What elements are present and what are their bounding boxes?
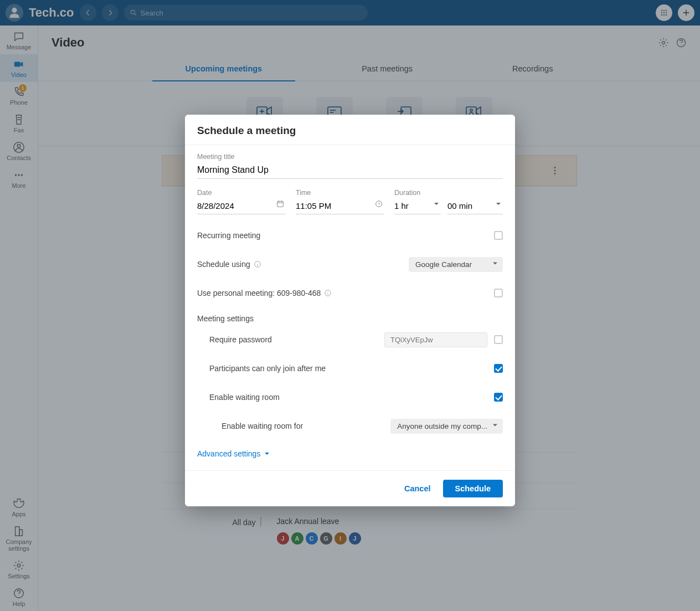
personal-meeting-checkbox[interactable] [494,289,503,297]
schedule-button[interactable]: Schedule [443,480,503,497]
clock-icon[interactable] [374,199,383,210]
advanced-settings-label: Advanced settings [197,449,260,458]
require-password-checkbox[interactable] [494,335,503,344]
chevron-down-icon [264,450,270,457]
modal-title: Schedule a meeting [197,125,503,137]
meeting-title-input[interactable] [197,163,503,179]
recurring-checkbox[interactable] [494,231,503,240]
date-label: Date [197,189,286,197]
waiting-room-for-label: Enable waiting room for [222,422,303,430]
cancel-button[interactable]: Cancel [404,484,431,493]
waiting-room-for-value: Anyone outside my comp... [397,422,487,430]
meeting-settings-title: Meeting settings [197,314,503,323]
info-icon[interactable] [324,289,332,297]
chevron-down-icon [433,200,440,209]
schedule-using-select[interactable]: Google Calendar [409,257,503,272]
meeting-title-label: Meeting title [197,153,503,161]
info-icon[interactable] [254,260,261,268]
password-input[interactable] [384,332,487,347]
calendar-icon[interactable] [276,199,285,210]
waiting-room-label: Enable waiting room [209,393,280,402]
schedule-using-label: Schedule using [197,260,250,269]
svg-rect-30 [277,201,284,207]
schedule-using-value: Google Calendar [415,260,472,269]
duration-label: Duration [394,189,503,197]
join-after-me-label: Participants can only join after me [209,364,326,373]
personal-meeting-label: Use personal meeting: 609-980-468 [197,289,321,297]
waiting-room-for-select[interactable]: Anyone outside my comp... [390,419,503,434]
duration-minutes-select[interactable] [447,199,503,214]
require-password-label: Require password [209,335,272,344]
time-label: Time [296,189,384,197]
chevron-down-icon [492,422,498,430]
join-after-me-checkbox[interactable] [494,364,503,373]
schedule-meeting-modal: Schedule a meeting Meeting title Date Ti… [185,115,515,506]
recurring-label: Recurring meeting [197,231,260,240]
chevron-down-icon [495,200,502,209]
date-input[interactable] [197,199,286,214]
advanced-settings-link[interactable]: Advanced settings [197,449,503,458]
waiting-room-checkbox[interactable] [494,393,503,402]
time-input[interactable] [296,199,384,214]
chevron-down-icon [492,260,498,269]
